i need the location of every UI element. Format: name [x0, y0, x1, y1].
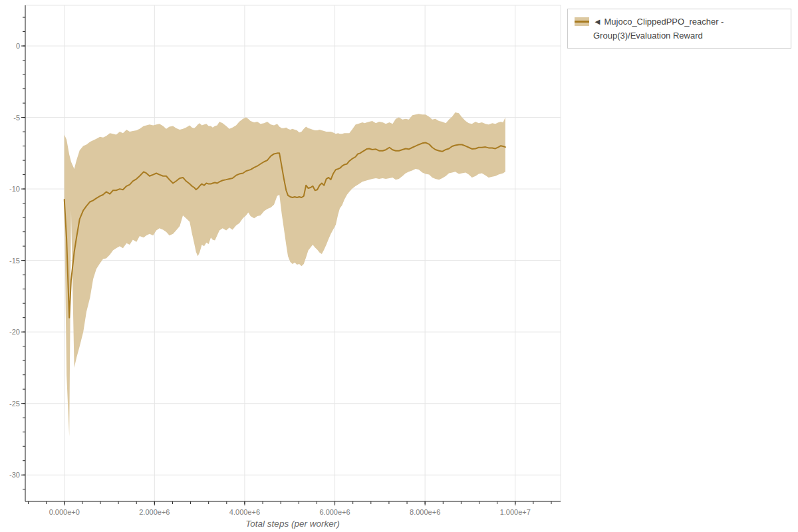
y-tick-label: -30 [9, 471, 20, 479]
plot-canvas[interactable]: 0-5-10-15-20-25-300.000e+02.000e+64.000e… [0, 0, 572, 532]
y-tick-label: -10 [9, 185, 20, 193]
legend-label: ◄ Mujoco_ClippedPPO_reacher - Group(3)/E… [593, 15, 785, 43]
legend-label-line2: Reward [673, 31, 703, 41]
y-axis: 0-5-10-15-20-25-30 [9, 5, 25, 501]
y-tick-label: -20 [9, 328, 20, 336]
x-tick-label: 8.000e+6 [410, 508, 440, 516]
confidence-band [65, 112, 505, 436]
x-axis-title: Total steps (per worker) [0, 519, 585, 529]
y-tick-label: 0 [16, 42, 20, 50]
y-tick-label: -15 [9, 257, 20, 265]
x-axis: 0.000e+02.000e+64.000e+66.000e+68.000e+6… [25, 501, 561, 516]
y-tick-label: -25 [9, 400, 20, 408]
legend-label-line1: ◄ Mujoco_ClippedPPO_reacher - Group(3)/E… [593, 17, 724, 41]
x-tick-label: 1.000e+7 [500, 508, 531, 516]
y-tick-label: -5 [13, 114, 20, 122]
experiment-dashboard: 0-5-10-15-20-25-300.000e+02.000e+64.000e… [0, 0, 798, 532]
x-tick-label: 2.000e+6 [139, 508, 170, 516]
x-tick-label: 6.000e+6 [319, 508, 350, 516]
legend-box: ◄ Mujoco_ClippedPPO_reacher - Group(3)/E… [567, 9, 791, 49]
legend-band-swatch-icon [575, 17, 589, 26]
legend-line-swatch-icon [575, 21, 589, 23]
x-tick-label: 4.000e+6 [229, 508, 260, 516]
x-tick-label: 0.000e+0 [49, 508, 80, 516]
legend-item-evaluation-reward[interactable]: ◄ Mujoco_ClippedPPO_reacher - Group(3)/E… [575, 15, 785, 43]
reward-chart[interactable]: 0-5-10-15-20-25-300.000e+02.000e+64.000e… [0, 0, 572, 532]
